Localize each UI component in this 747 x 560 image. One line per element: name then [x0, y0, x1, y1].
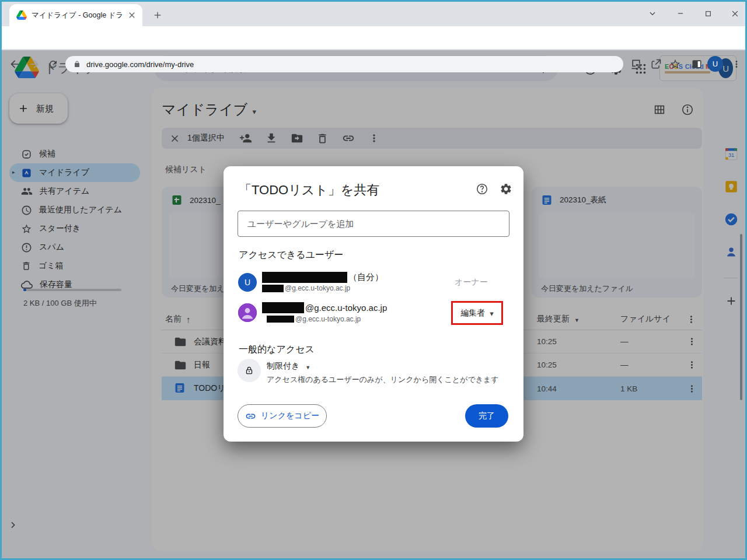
address-bar[interactable]: drive.google.com/drive/my-drive — [65, 56, 623, 72]
tab-close-icon[interactable] — [127, 10, 137, 20]
url-text: drive.google.com/drive/my-drive — [86, 60, 194, 69]
owner-avatar: U — [238, 273, 257, 292]
browser-window: マイドライブ - Google ドライブ — [0, 0, 747, 560]
install-page-icon[interactable] — [628, 56, 644, 72]
bookmark-star-icon[interactable] — [667, 56, 683, 72]
dialog-title: 「TODOリスト」を共有 — [239, 181, 379, 199]
redacted-email — [267, 316, 294, 323]
share-dialog: 「TODOリスト」を共有 アクセスできるユーザー U （自分） @g.ecc.u… — [224, 166, 523, 442]
general-access-dropdown[interactable]: 制限付き — [267, 361, 310, 372]
browser-menu-icon[interactable] — [728, 56, 745, 72]
redacted-email — [262, 285, 284, 292]
back-button[interactable] — [7, 57, 22, 72]
add-people-input[interactable] — [238, 211, 509, 237]
copy-link-button[interactable]: リンクをコピー — [238, 404, 327, 428]
tab-search-chevron-icon[interactable] — [643, 5, 662, 22]
restricted-lock-circle — [238, 359, 261, 382]
owner-name-line: （自分） — [262, 272, 383, 283]
editor-avatar — [238, 303, 257, 322]
redacted-name — [262, 272, 347, 283]
lock-icon — [244, 365, 254, 376]
window-close-button[interactable] — [725, 5, 744, 22]
editor-name-line: @g.ecc.u-tokyo.ac.jp — [262, 302, 387, 313]
share-settings-gear-icon[interactable] — [500, 183, 512, 195]
reload-button[interactable] — [46, 57, 61, 72]
new-tab-button[interactable] — [149, 7, 166, 23]
drive-favicon-icon — [16, 10, 27, 20]
link-icon — [245, 411, 256, 422]
window-maximize-button[interactable] — [699, 5, 717, 22]
chevron-down-icon — [490, 308, 494, 318]
tab-title: マイドライブ - Google ドライブ — [32, 10, 123, 20]
browser-toolbar: drive.google.com/drive/my-drive U — [0, 26, 747, 50]
owner-email-line: @g.ecc.u-tokyo.ac.jp — [262, 284, 350, 292]
browser-avatar[interactable]: U — [707, 56, 723, 72]
done-button[interactable]: 完了 — [465, 404, 508, 428]
tab-strip: マイドライブ - Google ドライブ — [0, 0, 747, 26]
editor-role-dropdown-highlighted[interactable]: 編集者 — [451, 301, 503, 325]
general-access-description: アクセス権のあるユーザーのみが、リンクから開くことができます — [267, 374, 499, 385]
forward-button[interactable] — [27, 57, 42, 72]
owner-role-label: オーナー — [455, 277, 488, 288]
chevron-down-icon — [305, 361, 310, 372]
browser-tab[interactable]: マイドライブ - Google ドライブ — [9, 4, 142, 26]
help-icon[interactable] — [476, 183, 488, 195]
window-minimize-button[interactable] — [671, 5, 690, 22]
share-page-icon[interactable] — [648, 56, 664, 72]
lock-icon — [74, 61, 81, 68]
redacted-name — [262, 302, 304, 313]
editor-email-line: @g.ecc.u-tokyo.ac.jp — [267, 315, 361, 323]
people-with-access-label: アクセスできるユーザー — [239, 249, 343, 261]
side-panel-icon[interactable] — [689, 56, 705, 72]
general-access-label: 一般的なアクセス — [239, 344, 315, 356]
